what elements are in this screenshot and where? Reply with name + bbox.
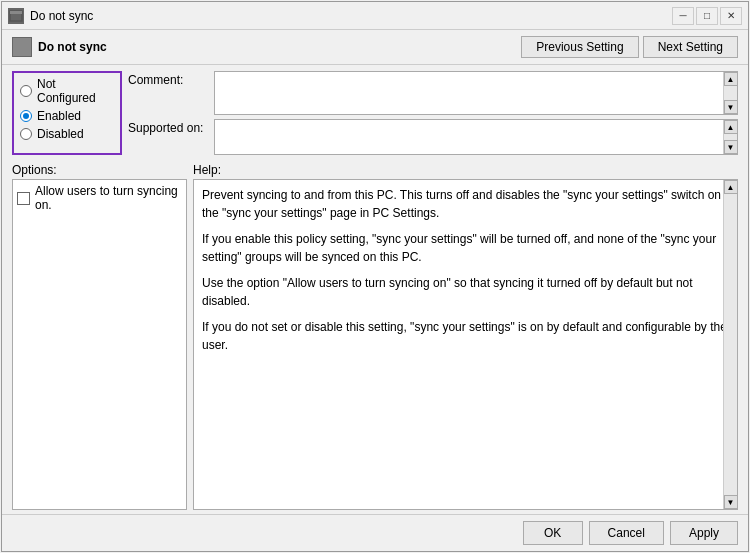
radio-disabled[interactable]: Disabled bbox=[20, 127, 114, 141]
help-panel: Prevent syncing to and from this PC. Thi… bbox=[193, 179, 738, 510]
radio-enabled[interactable]: Enabled bbox=[20, 109, 114, 123]
fields-section: Comment: ▲ ▼ Supported on: ▲ bbox=[128, 71, 738, 155]
toolbar-left: Do not sync bbox=[12, 37, 515, 57]
toolbar: Do not sync Previous Setting Next Settin… bbox=[2, 30, 748, 65]
help-para-4: If you do not set or disable this settin… bbox=[202, 318, 729, 354]
help-para-2: If you enable this policy setting, "sync… bbox=[202, 230, 729, 266]
window-icon bbox=[8, 8, 24, 24]
supported-scrollbar: ▲ ▼ bbox=[723, 120, 737, 154]
svg-rect-1 bbox=[10, 11, 22, 14]
maximize-button[interactable]: □ bbox=[696, 7, 718, 25]
section-headers: Options: Help: bbox=[2, 161, 748, 179]
footer: OK Cancel Apply bbox=[2, 514, 748, 551]
comment-input[interactable]: ▲ ▼ bbox=[214, 71, 738, 115]
radio-enabled-input[interactable] bbox=[20, 110, 32, 122]
supported-label: Supported on: bbox=[128, 119, 208, 135]
comment-scroll-down[interactable]: ▼ bbox=[724, 100, 738, 114]
toolbar-title: Do not sync bbox=[38, 40, 107, 54]
radio-not-configured-label: Not Configured bbox=[37, 77, 114, 105]
help-scroll-down[interactable]: ▼ bbox=[724, 495, 738, 509]
titlebar: Do not sync ─ □ ✕ bbox=[2, 2, 748, 30]
apply-button[interactable]: Apply bbox=[670, 521, 738, 545]
comment-row: Comment: ▲ ▼ bbox=[128, 71, 738, 115]
window-controls: ─ □ ✕ bbox=[672, 7, 742, 25]
cancel-button[interactable]: Cancel bbox=[589, 521, 664, 545]
radio-not-configured[interactable]: Not Configured bbox=[20, 77, 114, 105]
supported-input[interactable]: ▲ ▼ bbox=[214, 119, 738, 155]
prev-setting-button[interactable]: Previous Setting bbox=[521, 36, 638, 58]
help-para-3: Use the option "Allow users to turn sync… bbox=[202, 274, 729, 310]
allow-sync-checkbox[interactable]: Allow users to turn syncing on. bbox=[17, 184, 182, 212]
bottom-section: Allow users to turn syncing on. Prevent … bbox=[2, 179, 748, 514]
allow-sync-label: Allow users to turn syncing on. bbox=[35, 184, 182, 212]
content-area: Not Configured Enabled Disabled Comment:… bbox=[2, 65, 748, 514]
radio-not-configured-input[interactable] bbox=[20, 85, 32, 97]
top-section: Not Configured Enabled Disabled Comment:… bbox=[2, 65, 748, 161]
minimize-button[interactable]: ─ bbox=[672, 7, 694, 25]
window-title: Do not sync bbox=[30, 9, 672, 23]
close-button[interactable]: ✕ bbox=[720, 7, 742, 25]
main-window: Do not sync ─ □ ✕ Do not sync Previous S… bbox=[1, 1, 749, 552]
help-scrollbar: ▲ ▼ bbox=[723, 180, 737, 509]
supported-scroll-up[interactable]: ▲ bbox=[724, 120, 738, 134]
next-setting-button[interactable]: Next Setting bbox=[643, 36, 738, 58]
help-text: Prevent syncing to and from this PC. Thi… bbox=[202, 186, 729, 354]
comment-scrollbar: ▲ ▼ bbox=[723, 72, 737, 114]
supported-scroll-down[interactable]: ▼ bbox=[724, 140, 738, 154]
allow-sync-checkbox-box[interactable] bbox=[17, 192, 30, 205]
toolbar-icon bbox=[12, 37, 32, 57]
help-para-1: Prevent syncing to and from this PC. Thi… bbox=[202, 186, 729, 222]
comment-scroll-up[interactable]: ▲ bbox=[724, 72, 738, 86]
comment-label: Comment: bbox=[128, 71, 208, 87]
help-scroll-up[interactable]: ▲ bbox=[724, 180, 738, 194]
radio-disabled-label: Disabled bbox=[37, 127, 84, 141]
radio-enabled-label: Enabled bbox=[37, 109, 81, 123]
supported-row: Supported on: ▲ ▼ bbox=[128, 119, 738, 155]
radio-disabled-input[interactable] bbox=[20, 128, 32, 140]
help-header: Help: bbox=[193, 163, 221, 177]
radio-group: Not Configured Enabled Disabled bbox=[12, 71, 122, 155]
options-header: Options: bbox=[12, 163, 187, 177]
options-panel: Allow users to turn syncing on. bbox=[12, 179, 187, 510]
toolbar-buttons: Previous Setting Next Setting bbox=[521, 36, 738, 58]
ok-button[interactable]: OK bbox=[523, 521, 583, 545]
